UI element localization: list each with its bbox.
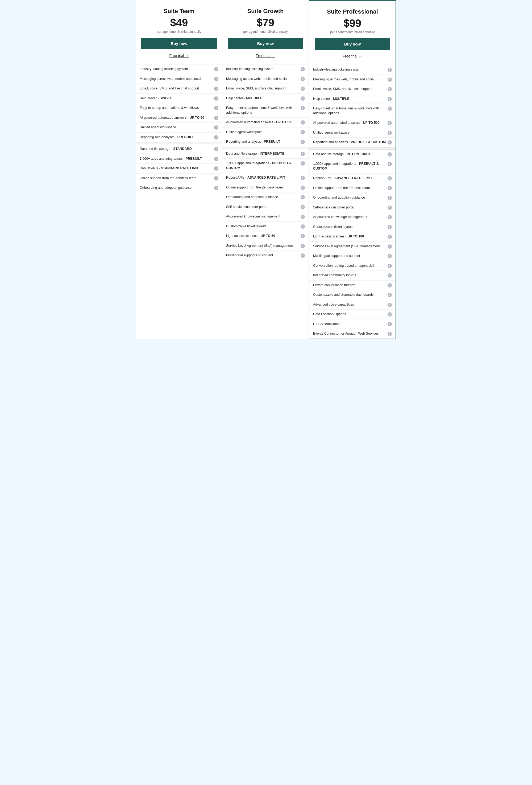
feature-text: Industry-leading ticketing system <box>140 67 214 72</box>
info-icon[interactable]: i <box>300 195 305 199</box>
plan-billing: per agent/month billed annually <box>315 30 390 34</box>
buy-now-button[interactable]: Buy now <box>141 38 217 49</box>
info-icon[interactable]: i <box>300 185 305 190</box>
info-icon[interactable]: i <box>388 106 392 111</box>
feature-item: Customizable ticket layouts i <box>309 222 396 232</box>
feature-item: Data and file storage - INTERMEDIATE i <box>222 149 309 159</box>
info-icon[interactable]: i <box>300 120 305 125</box>
info-icon[interactable]: i <box>388 312 392 316</box>
info-icon[interactable]: i <box>214 147 218 151</box>
feature-item: Light access licenses - UP TO 50 i <box>222 231 309 241</box>
feature-text: Data and file storage - STANDARD <box>140 147 214 151</box>
pricing-table: Suite Team $49 per agent/month billed an… <box>136 0 396 339</box>
info-icon[interactable]: i <box>214 67 218 71</box>
feature-item: Messaging across web, mobile and social … <box>136 74 222 84</box>
info-icon[interactable]: i <box>388 87 392 91</box>
section-divider <box>136 142 222 144</box>
feature-item: AI-powered knowledge management i <box>309 212 396 222</box>
info-icon[interactable]: i <box>388 225 392 229</box>
feature-text: Easy-to-set up automations & workflows w… <box>313 106 388 116</box>
feature-text: Online support from the Zendesk team <box>313 186 388 191</box>
feature-text: Data and file storage - INTERMEDIATE <box>313 152 388 157</box>
info-icon[interactable]: i <box>214 86 218 91</box>
feature-item: 1,000+ apps and integrations - PREBUILT … <box>136 154 222 164</box>
info-icon[interactable]: i <box>388 332 392 336</box>
info-icon[interactable]: i <box>388 293 392 297</box>
info-icon[interactable]: i <box>388 196 392 200</box>
feature-item: Industry-leading ticketing system i <box>222 65 309 74</box>
info-icon[interactable]: i <box>388 121 392 125</box>
info-icon[interactable]: i <box>214 186 218 190</box>
info-icon[interactable]: i <box>300 96 305 101</box>
info-icon[interactable]: i <box>214 96 218 101</box>
feature-text: Service Level Agreement (SLA) management <box>313 244 388 249</box>
info-icon[interactable]: i <box>300 253 305 258</box>
info-icon[interactable]: i <box>300 205 305 209</box>
free-trial-link[interactable]: Free trial → <box>228 52 303 60</box>
info-icon[interactable]: i <box>214 77 218 81</box>
info-icon[interactable]: i <box>388 322 392 326</box>
feature-item: Robust APIs - ADVANCED RATE LIMIT i <box>222 173 309 183</box>
info-icon[interactable]: i <box>388 244 392 249</box>
features-list: Industry-leading ticketing system i Mess… <box>222 65 309 260</box>
feature-text: Reporting and analytics - PREBUILT <box>140 135 214 140</box>
info-icon[interactable]: i <box>300 106 305 110</box>
info-icon[interactable]: i <box>388 264 392 268</box>
feature-text: AI-powered automated answers - UP TO 500 <box>313 121 388 125</box>
feature-item: Events Connector for Amazon Web Services… <box>309 329 396 338</box>
info-icon[interactable]: i <box>300 67 305 71</box>
buy-now-button[interactable]: Buy now <box>315 38 390 50</box>
plan-header-suite-professional: Suite Professional $99 per agent/month b… <box>309 1 396 65</box>
buy-now-button[interactable]: Buy now <box>228 38 303 49</box>
feature-item: Onboarding and adoption guidance i <box>222 193 309 202</box>
info-icon[interactable]: i <box>214 116 218 120</box>
info-icon[interactable]: i <box>214 157 218 161</box>
info-icon[interactable]: i <box>214 167 218 171</box>
feature-text: Help center - MULTIPLE <box>313 97 388 101</box>
feature-item: Online support from the Zendesk team i <box>309 183 396 193</box>
info-icon[interactable]: i <box>300 86 305 91</box>
info-icon[interactable]: i <box>300 224 305 229</box>
feature-item: Advanced voice capabilities i <box>309 300 396 310</box>
info-icon[interactable]: i <box>388 77 392 82</box>
free-trial-link[interactable]: Free trial → <box>315 53 390 60</box>
info-icon[interactable]: i <box>214 106 218 110</box>
info-icon[interactable]: i <box>300 77 305 81</box>
info-icon[interactable]: i <box>388 186 392 190</box>
info-icon[interactable]: i <box>388 215 392 219</box>
info-icon[interactable]: i <box>388 254 392 258</box>
plan-header-suite-team: Suite Team $49 per agent/month billed an… <box>136 0 222 65</box>
info-icon[interactable]: i <box>300 214 305 219</box>
info-icon[interactable]: i <box>388 205 392 210</box>
feature-text: HIPAA compliance <box>313 322 388 327</box>
info-icon[interactable]: i <box>300 244 305 248</box>
info-icon[interactable]: i <box>388 273 392 278</box>
info-icon[interactable]: i <box>388 234 392 239</box>
feature-text: Reporting and analytics - PREBUILT <box>226 140 300 144</box>
info-icon[interactable]: i <box>300 130 305 134</box>
info-icon[interactable]: i <box>300 234 305 238</box>
info-icon[interactable]: i <box>388 283 392 287</box>
feature-item: Email, voice, SMS, and live chat support… <box>309 84 396 94</box>
free-trial-link[interactable]: Free trial → <box>141 52 217 60</box>
info-icon[interactable]: i <box>388 140 392 145</box>
info-icon[interactable]: i <box>214 176 218 180</box>
info-icon[interactable]: i <box>388 131 392 135</box>
info-icon[interactable]: i <box>300 161 305 166</box>
plan-price: $49 <box>141 17 217 29</box>
feature-item: Data Location Options i <box>309 310 396 320</box>
info-icon[interactable]: i <box>214 135 218 140</box>
info-icon[interactable]: i <box>388 162 392 166</box>
info-icon[interactable]: i <box>388 152 392 156</box>
info-icon[interactable]: i <box>388 303 392 307</box>
info-icon[interactable]: i <box>388 176 392 180</box>
info-icon[interactable]: i <box>214 125 218 130</box>
info-icon[interactable]: i <box>388 68 392 72</box>
info-icon[interactable]: i <box>300 152 305 156</box>
info-icon[interactable]: i <box>300 140 305 144</box>
info-icon[interactable]: i <box>300 176 305 180</box>
info-icon[interactable]: i <box>388 97 392 101</box>
feature-item: Conversation routing based on agent skil… <box>309 261 396 271</box>
feature-item: Reporting and analytics - PREBUILT & CUS… <box>309 137 396 148</box>
feature-item: Robust APIs - ADVANCED RATE LIMIT i <box>309 174 396 183</box>
